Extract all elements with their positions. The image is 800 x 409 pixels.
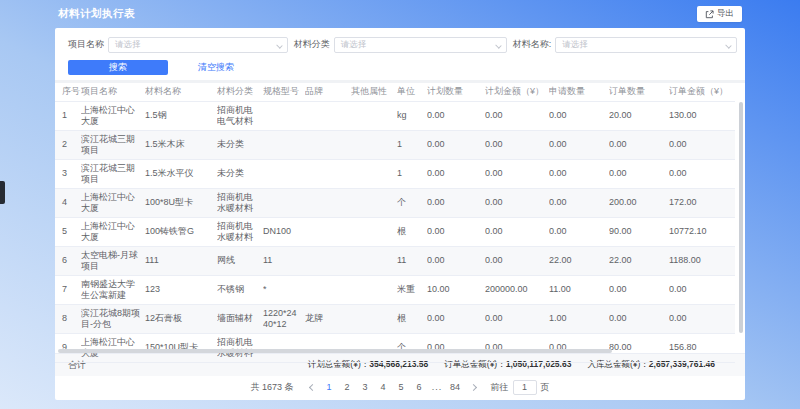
page-button[interactable]: 3	[358, 380, 373, 395]
table-cell: 1	[397, 130, 427, 159]
table-row[interactable]: 4上海松江中心大厦100*8U型卡招商机电 水暖材料个0.000.000.002…	[55, 188, 735, 217]
table-cell: 根	[397, 217, 427, 246]
table-cell: 0.00	[427, 217, 485, 246]
search-button[interactable]: 搜索	[68, 60, 168, 75]
table-cell	[351, 304, 397, 333]
table-cell: 0.00	[549, 217, 609, 246]
table-cell: 0.00	[485, 159, 549, 188]
table-cell: 100铸铁管G	[145, 217, 217, 246]
table-cell: 0.00	[427, 246, 485, 275]
table-cell: 172.00	[669, 188, 735, 217]
page-button[interactable]: 5	[394, 380, 409, 395]
table-cell: 南钢盛达大学生公寓新建	[81, 275, 145, 304]
goto-page-input[interactable]	[513, 380, 537, 395]
table-cell: 墙面辅材	[217, 304, 263, 333]
table-cell: 上海松江中心大厦	[81, 188, 145, 217]
goto-page-suffix: 页	[541, 381, 550, 394]
table-cell: 12石膏板	[145, 304, 217, 333]
table-cell: 4	[55, 188, 81, 217]
table-cell	[305, 333, 351, 362]
table-cell: 滨江花城三期项目	[81, 130, 145, 159]
material-name-select[interactable]: 请选择	[555, 37, 737, 53]
table-cell: 10772.10	[669, 217, 735, 246]
column-header: 规格型号	[263, 83, 305, 101]
goto-page-label: 前往	[491, 381, 509, 394]
table-cell	[351, 159, 397, 188]
table-cell: 0.00	[549, 101, 609, 130]
table-row[interactable]: 6太空电梯-月球项目111网线11110.000.0022.0022.00118…	[55, 246, 735, 275]
table-cell: 0.00	[549, 188, 609, 217]
table-cell	[351, 246, 397, 275]
table-cell: 1.5钢	[145, 101, 217, 130]
table-cell: 0.00	[669, 159, 735, 188]
table-cell: 1.5米木床	[145, 130, 217, 159]
material-name-label: 材料名称:	[513, 38, 552, 51]
table-cell: 0.00	[669, 275, 735, 304]
material-category-label: 材料分类	[294, 38, 330, 51]
table-cell: 0.00	[485, 304, 549, 333]
table-cell	[305, 246, 351, 275]
table-cell: 上海松江中心大厦	[81, 333, 145, 362]
table-row[interactable]: 9上海松江中心大厦150*10U型卡招商机电 水暖材料个0.000.000.00…	[55, 333, 735, 362]
page-button[interactable]: 2	[340, 380, 355, 395]
table-cell: *	[263, 275, 305, 304]
table-cell: 上海松江中心大厦	[81, 217, 145, 246]
pagination-bar: 共 1673 条 123456...84 前往 页	[55, 376, 745, 398]
table-cell	[351, 275, 397, 304]
table-cell	[305, 275, 351, 304]
page-ellipsis[interactable]: ...	[430, 380, 445, 395]
table-cell: 太空电梯-月球项目	[81, 246, 145, 275]
export-icon	[705, 10, 714, 19]
table-cell	[305, 159, 351, 188]
page-button[interactable]: 6	[412, 380, 427, 395]
table-cell	[305, 217, 351, 246]
table-cell: 上海松江中心大厦	[81, 101, 145, 130]
table-cell: 0.00	[427, 101, 485, 130]
table-row[interactable]: 5上海松江中心大厦100铸铁管G招商机电 水暖材料DN100根0.000.000…	[55, 217, 735, 246]
table-cell	[305, 130, 351, 159]
table-cell: 未分类	[217, 159, 263, 188]
table-row[interactable]: 3滨江花城三期项目1.5米水平仪未分类10.000.000.000.000.00	[55, 159, 735, 188]
column-header: 计划数量	[427, 83, 485, 101]
table-cell: 招商机电 电气材料	[217, 101, 263, 130]
material-category-select[interactable]: 请选择	[334, 37, 507, 53]
table-cell: 根	[397, 304, 427, 333]
table-row[interactable]: 7南钢盛达大学生公寓新建123不锈钢*米重10.00200000.0011.00…	[55, 275, 735, 304]
table-cell: kg	[397, 101, 427, 130]
table-cell	[305, 101, 351, 130]
table-cell: 0.00	[485, 246, 549, 275]
page-button[interactable]: 4	[376, 380, 391, 395]
prev-page-button[interactable]	[305, 380, 319, 394]
table-cell: 200.00	[609, 188, 669, 217]
table-cell	[351, 188, 397, 217]
column-header: 申请数量	[549, 83, 609, 101]
table-cell: 网线	[217, 246, 263, 275]
table-cell: 0.00	[669, 304, 735, 333]
data-table: 序号项目名称材料名称材料分类规格型号品牌其他属性单位计划数量计划金额（¥）申请数…	[55, 83, 745, 353]
table-row[interactable]: 2滨江花城三期项目1.5米木床未分类10.000.000.000.000.00	[55, 130, 735, 159]
project-name-select[interactable]: 请选择	[108, 37, 288, 53]
drawer-toggle[interactable]	[0, 181, 5, 204]
table-cell: 米重	[397, 275, 427, 304]
table-cell: 0.00	[427, 159, 485, 188]
clear-search-link[interactable]: 清空搜索	[198, 61, 234, 74]
horizontal-scrollbar[interactable]	[58, 349, 612, 353]
export-button[interactable]: 导出	[697, 6, 742, 22]
column-header: 其他属性	[351, 83, 397, 101]
table-row[interactable]: 1上海松江中心大厦1.5钢招商机电 电气材料kg0.000.000.0020.0…	[55, 101, 735, 130]
table-cell: 滨江花城三期项目	[81, 159, 145, 188]
vertical-scrollbar[interactable]	[739, 102, 743, 333]
next-page-button[interactable]	[466, 380, 480, 394]
top-bar: 材料计划执行表 导出	[55, 0, 745, 28]
page-button[interactable]: 84	[448, 380, 463, 395]
table-cell	[351, 130, 397, 159]
column-header: 单位	[397, 83, 427, 101]
column-header: 计划金额（¥）	[485, 83, 549, 101]
page-button[interactable]: 1	[322, 380, 337, 395]
table-cell: 滨江花城8期项目-分包	[81, 304, 145, 333]
table-row[interactable]: 8滨江花城8期项目-分包12石膏板墙面辅材1220*2440*12龙牌根0.00…	[55, 304, 735, 333]
filter-section: 项目名称 请选择 材料分类 请选择 材料名称: 请选择 搜索 清空搜索	[55, 28, 745, 80]
table-cell: 个	[397, 333, 427, 362]
table-cell: 0.00	[549, 130, 609, 159]
material-category-placeholder: 请选择	[341, 39, 367, 51]
